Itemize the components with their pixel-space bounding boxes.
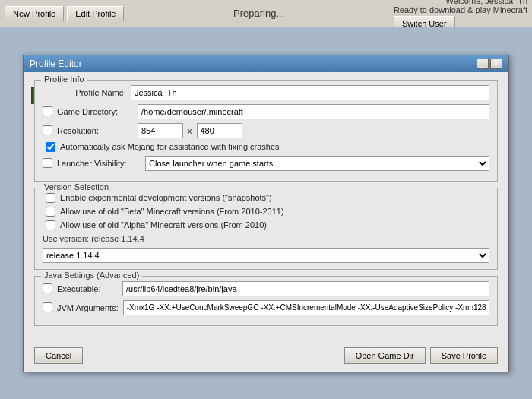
enable-snapshots-label: Enable experimental development versions… [60, 193, 272, 202]
version-section: Version Selection Enable experimental de… [34, 188, 498, 270]
jvm-args-label: JVM Arguments: [57, 303, 119, 312]
auto-ask-checkbox[interactable] [46, 142, 55, 152]
executable-row: Executable: [43, 281, 489, 296]
executable-checkbox[interactable] [43, 283, 52, 293]
resolution-label: Resolution: [57, 126, 133, 135]
top-bar-left: New Profile Edit Profile [5, 6, 124, 21]
game-dir-checkbox[interactable] [43, 106, 52, 116]
game-dir-row: Game Directory: [43, 104, 489, 119]
enable-snapshots-row: Enable experimental development versions… [43, 193, 489, 203]
profile-name-row: Profile Name: [43, 85, 489, 100]
auto-ask-label: Automatically ask Mojang for assistance … [60, 142, 280, 151]
game-dir-label: Game Directory: [57, 107, 133, 116]
footer-right-buttons: Open Game Dir Save Profile [344, 347, 498, 364]
enable-snapshots-checkbox[interactable] [46, 193, 55, 203]
status-label: Preparing... [128, 8, 388, 19]
allow-alpha-row: Allow use of old "Alpha" Minecraft versi… [43, 220, 489, 230]
profile-info-label: Profile Info [41, 74, 87, 84]
dialog-title-buttons: _ ✕ [477, 59, 502, 69]
open-game-dir-button[interactable]: Open Game Dir [344, 347, 426, 364]
top-bar-right: Welcome, Jessica_Th Ready to download & … [394, 0, 527, 31]
main-background: Profile Editor _ ✕ Profile Info Profile … [0, 27, 532, 399]
version-section-label: Version Selection [41, 182, 112, 192]
launcher-visibility-row: Launcher Visibility: Close launcher when… [43, 156, 489, 171]
edit-profile-button[interactable]: Edit Profile [67, 6, 124, 21]
cancel-button[interactable]: Cancel [34, 347, 83, 364]
java-section-label: Java Settings (Advanced) [41, 271, 142, 280]
launcher-visibility-select[interactable]: Close launcher when game starts [145, 156, 489, 171]
game-dir-input[interactable] [138, 104, 489, 119]
jvm-args-checkbox[interactable] [43, 302, 52, 312]
profile-name-input[interactable] [131, 85, 489, 100]
launcher-visibility-checkbox[interactable] [43, 158, 52, 168]
profile-editor-dialog: Profile Editor _ ✕ Profile Info Profile … [23, 55, 509, 372]
new-profile-button[interactable]: New Profile [5, 6, 64, 21]
executable-input[interactable] [122, 281, 489, 296]
dialog-minimize-button[interactable]: _ [477, 59, 489, 69]
dialog-titlebar: Profile Editor _ ✕ [24, 55, 508, 72]
auto-ask-row: Automatically ask Mojang for assistance … [43, 142, 489, 152]
dialog-body: Profile Info Profile Name: Game Director… [24, 72, 508, 341]
subtitle-text: Ready to download & play Minecraft [394, 5, 527, 14]
allow-beta-label: Allow use of old "Beta" Minecraft versio… [60, 207, 284, 216]
allow-alpha-label: Allow use of old "Alpha" Minecraft versi… [60, 220, 267, 230]
use-version-label: Use version: release 1.14.4 [43, 234, 489, 243]
allow-beta-row: Allow use of old "Beta" Minecraft versio… [43, 207, 489, 217]
java-section: Java Settings (Advanced) Executable: JVM… [34, 276, 498, 326]
save-profile-button[interactable]: Save Profile [430, 347, 498, 364]
top-bar: New Profile Edit Profile Preparing... We… [0, 0, 532, 27]
dialog-footer: Cancel Open Game Dir Save Profile [24, 341, 508, 372]
dialog-close-button[interactable]: ✕ [490, 59, 502, 69]
allow-alpha-checkbox[interactable] [46, 220, 55, 230]
executable-label: Executable: [57, 284, 118, 293]
jvm-args-input[interactable] [123, 300, 489, 315]
jvm-args-row: JVM Arguments: [43, 300, 489, 315]
profile-name-label: Profile Name: [43, 88, 126, 97]
resolution-checkbox[interactable] [43, 125, 52, 135]
resolution-row: Resolution: x [43, 123, 489, 138]
profile-info-section: Profile Info Profile Name: Game Director… [34, 80, 498, 182]
dialog-title: Profile Editor [30, 59, 82, 69]
resolution-x-label: x [188, 126, 192, 135]
use-version-select[interactable]: release 1.14.4 [43, 248, 489, 263]
resolution-width-input[interactable] [138, 123, 183, 138]
resolution-height-input[interactable] [197, 123, 242, 138]
allow-beta-checkbox[interactable] [46, 207, 55, 217]
launcher-visibility-label: Launcher Visibility: [57, 159, 141, 168]
